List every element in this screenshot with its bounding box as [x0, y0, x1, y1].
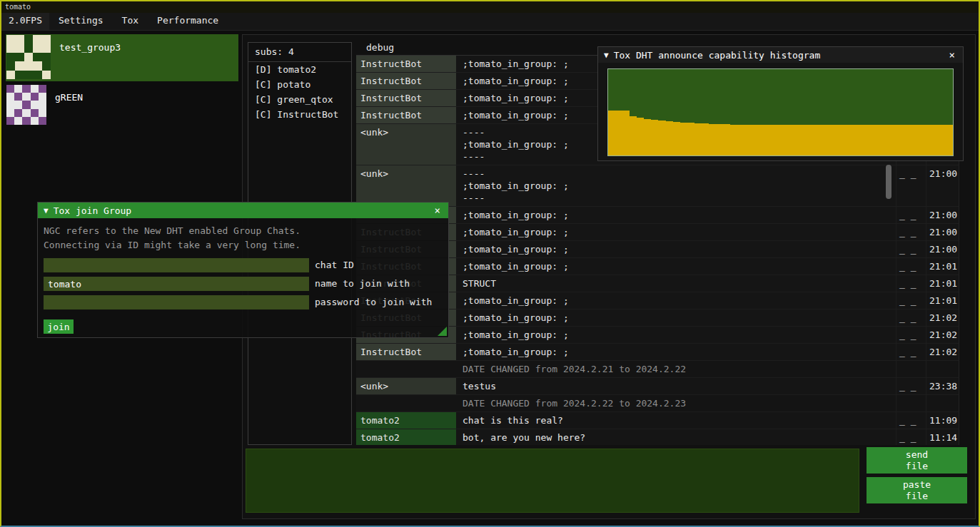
- join-button[interactable]: join: [44, 319, 74, 334]
- message-time: 11:09: [926, 412, 959, 429]
- histogram-bar: [608, 111, 615, 155]
- message-flags: _ _: [896, 224, 926, 240]
- join-group-titlebar[interactable]: ▼ Tox join Group ×: [38, 203, 448, 218]
- message-flags: _ _: [896, 429, 926, 445]
- message-flags: _ _: [896, 292, 926, 309]
- contact-name: test_group3: [51, 35, 121, 81]
- histogram-bar: [644, 119, 651, 155]
- send-file-button[interactable]: send file: [867, 447, 967, 474]
- histogram-bar: [817, 125, 824, 155]
- window-titlebar[interactable]: tomato: [1, 1, 979, 13]
- member-item[interactable]: [C] potato: [248, 77, 351, 92]
- histogram-bar: [766, 125, 773, 155]
- menu-item-performance[interactable]: Performance: [148, 13, 228, 30]
- histogram-bar: [838, 125, 845, 155]
- close-icon[interactable]: ×: [433, 205, 443, 216]
- histogram-bar: [666, 121, 673, 155]
- histogram-bar: [903, 125, 910, 155]
- message-time: 21:01: [926, 292, 959, 309]
- message-time: 21:02: [926, 344, 959, 360]
- sender-name: InstructBot: [356, 56, 456, 72]
- message-input[interactable]: [246, 449, 859, 513]
- message-text: ;tomato_in_group: ;: [456, 309, 896, 326]
- message-flags: _ _: [896, 327, 926, 343]
- histogram-bar: [917, 125, 924, 155]
- histogram-bar: [881, 125, 888, 155]
- avatar: [6, 35, 51, 79]
- join-group-title: Tox join Group: [54, 205, 433, 216]
- histogram-bar: [687, 123, 694, 155]
- histogram-bar: [888, 125, 895, 155]
- tab-debug[interactable]: debug: [362, 42, 398, 53]
- message-time: 21:00: [926, 165, 959, 206]
- histogram-bar: [859, 125, 867, 155]
- message-flags: _ _: [896, 275, 926, 292]
- histogram-bar: [723, 124, 730, 155]
- join-field-label: chat ID: [315, 258, 354, 272]
- histogram-bar: [788, 125, 795, 155]
- join-group-window: ▼ Tox join Group × NGC refers to the New…: [37, 202, 449, 338]
- message-text: ;tomato_in_group: ;: [456, 241, 896, 257]
- message-flags: _ _: [896, 378, 926, 394]
- date-separator-row: DATE CHANGED from 2024.2.22 to 2024.2.23: [356, 395, 959, 412]
- contact-item-test_group3[interactable]: test_group3: [6, 34, 238, 81]
- histogram-bar: [781, 125, 788, 155]
- histogram-bar: [752, 125, 759, 155]
- member-item[interactable]: [D] tomato2: [248, 62, 351, 77]
- histogram-window: ▼ Tox DHT announce capability histogram …: [597, 46, 964, 161]
- menu-item-tox[interactable]: Tox: [113, 13, 148, 30]
- menubar: 2.0FPS SettingsToxPerformance: [1, 13, 979, 31]
- app-window: tomato 2.0FPS SettingsToxPerformance tes…: [0, 0, 980, 527]
- sender-name: InstructBot: [356, 90, 456, 106]
- histogram-bar: [824, 125, 831, 155]
- fps-counter: 2.0FPS: [1, 13, 49, 30]
- contact-item-gREEN[interactable]: gREEN: [6, 84, 238, 131]
- histogram-bar: [924, 125, 931, 155]
- collapse-arrow-icon[interactable]: ▼: [604, 51, 609, 60]
- message-text: ;tomato_in_group: ;: [456, 327, 896, 343]
- avatar: [6, 85, 46, 125]
- histogram-bar: [759, 125, 766, 155]
- message-flags: _ _: [896, 412, 926, 429]
- sender-name: InstructBot: [356, 344, 456, 360]
- message-flags: _ _: [896, 258, 926, 275]
- resize-grip[interactable]: [438, 327, 447, 336]
- member-item[interactable]: [C] green_qtox: [248, 92, 351, 107]
- message-flags: _ _: [896, 241, 926, 257]
- message-text: bot, are you new here?: [456, 429, 896, 445]
- histogram-bar: [896, 125, 903, 155]
- histogram-titlebar[interactable]: ▼ Tox DHT announce capability histogram …: [598, 47, 963, 63]
- histogram-bar: [867, 125, 874, 155]
- sender-name: tomato2: [356, 412, 456, 429]
- message-text: ;tomato_in_group: ;: [456, 344, 896, 360]
- menu-item-settings[interactable]: Settings: [49, 13, 113, 30]
- join-field-row: chat ID: [44, 258, 443, 277]
- join-field-label: name to join with: [315, 277, 410, 291]
- histogram-bar: [622, 111, 630, 155]
- member-item[interactable]: [C] InstructBot: [248, 107, 351, 122]
- message-time: 21:01: [926, 275, 959, 292]
- menu-items: SettingsToxPerformance: [49, 13, 228, 30]
- chat-message-row: <unk>testus_ _23:38: [356, 378, 959, 395]
- join-input-chat-ID[interactable]: [44, 258, 309, 272]
- contact-list: test_group3gREEN: [6, 34, 238, 134]
- message-flags: [896, 395, 926, 411]
- join-input-password-to-join-with[interactable]: [44, 295, 309, 309]
- histogram-bar: [630, 116, 637, 155]
- join-input-name-to-join-with[interactable]: [44, 277, 309, 291]
- message-flags: _ _: [896, 207, 926, 223]
- message-text: testus: [456, 378, 896, 394]
- collapse-arrow-icon[interactable]: ▼: [44, 206, 49, 215]
- sender-name: [356, 395, 456, 411]
- chat-scrollbar[interactable]: [886, 165, 891, 199]
- join-field-row: password to join with: [44, 295, 443, 314]
- sender-name: [356, 361, 456, 377]
- close-icon[interactable]: ×: [947, 49, 957, 61]
- message-time: [926, 395, 959, 411]
- join-field-label: password to join with: [315, 295, 432, 309]
- histogram-bar: [615, 111, 622, 155]
- histogram-bar: [795, 125, 802, 155]
- paste-file-button[interactable]: paste file: [867, 477, 967, 503]
- join-desc-line2: Connecting via ID might take a very long…: [44, 238, 443, 252]
- message-time: 21:00: [926, 241, 959, 257]
